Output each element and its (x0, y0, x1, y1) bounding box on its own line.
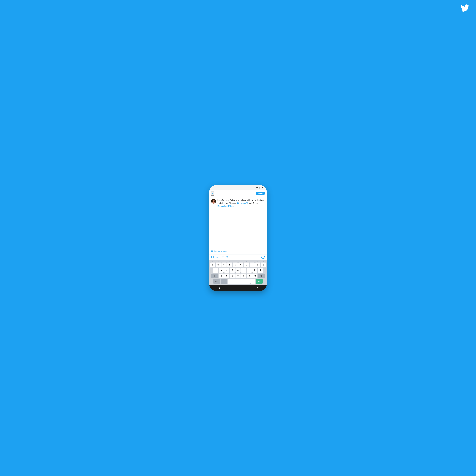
compose-header: ✕ Tweet (209, 190, 267, 197)
key-d[interactable]: d (224, 268, 229, 273)
key-b[interactable]: b (241, 273, 246, 278)
period-key[interactable]: . (250, 279, 255, 284)
number-hints-row: 1 2 3 4 5 6 7 8 9 0 (210, 261, 266, 262)
mention1[interactable]: @h_wang84 (237, 202, 248, 204)
compose-area: Hello foodies! Today we're talking with … (209, 197, 267, 254)
key-u[interactable]: u (244, 262, 249, 267)
num-6: 6 (238, 261, 244, 262)
everyone-can-reply-label: Everyone can reply (214, 250, 227, 252)
svg-point-18 (227, 256, 228, 257)
globe-icon (211, 250, 213, 252)
key-t[interactable]: t (233, 262, 238, 267)
svg-rect-1 (259, 187, 260, 188)
num-2: 2 (215, 261, 221, 262)
status-bar (209, 185, 267, 190)
svg-rect-6 (264, 187, 264, 188)
recents-nav-icon[interactable]: ■ (256, 287, 258, 289)
key-v[interactable]: v (236, 273, 240, 278)
home-nav-icon[interactable]: ○ (238, 287, 239, 289)
tweet-button[interactable]: Tweet (256, 192, 265, 195)
key-j[interactable]: j (247, 268, 252, 273)
image-icon[interactable] (211, 256, 214, 259)
keyboard-row-2: a s d f g h j k l (210, 268, 266, 273)
location-icon[interactable] (226, 256, 229, 259)
svg-point-8 (213, 200, 215, 202)
battery-icon (262, 187, 264, 188)
symbols-key[interactable]: ?123 (213, 279, 220, 284)
tweet-text[interactable]: Hello foodies! Today we're talking with … (217, 199, 265, 249)
key-z[interactable]: z (219, 273, 224, 278)
everyone-can-reply[interactable]: Everyone can reply (211, 249, 265, 253)
keyboard: 1 2 3 4 5 6 7 8 9 0 q w e r t y u i (209, 260, 267, 285)
key-g[interactable]: g (236, 268, 240, 273)
avatar (211, 199, 216, 204)
num-4: 4 (227, 261, 232, 262)
key-r[interactable]: r (227, 262, 232, 267)
mention2[interactable]: @cupcakesRDbest (217, 205, 234, 207)
phone-screen: ✕ Tweet Hello foodies! Today we're talki… (209, 190, 267, 291)
keyboard-bottom-row: ?123 , . (210, 279, 266, 284)
key-s[interactable]: s (219, 268, 224, 273)
key-x[interactable]: x (224, 273, 229, 278)
svg-rect-5 (262, 187, 263, 188)
num-9: 9 (255, 261, 261, 262)
key-i[interactable]: i (250, 262, 255, 267)
key-n[interactable]: n (247, 273, 252, 278)
svg-rect-2 (260, 187, 260, 188)
svg-rect-0 (259, 188, 259, 188)
num-1: 1 (210, 261, 215, 262)
key-p[interactable]: p (261, 262, 266, 267)
return-key[interactable] (256, 279, 263, 284)
delete-key[interactable] (258, 273, 265, 278)
key-y[interactable]: y (238, 262, 243, 267)
back-nav-icon[interactable]: ◀ (218, 287, 220, 289)
wifi-icon (256, 187, 258, 188)
phone-frame: ✕ Tweet Hello foodies! Today we're talki… (209, 185, 267, 291)
num-5: 5 (232, 261, 238, 262)
keyboard-row-1: q w e r t y u i o p (210, 262, 266, 267)
space-key[interactable] (228, 279, 250, 284)
key-e[interactable]: e (221, 262, 226, 267)
key-q[interactable]: q (210, 262, 215, 267)
signal-icon (259, 187, 261, 188)
key-h[interactable]: h (241, 268, 246, 273)
close-button[interactable]: ✕ (211, 191, 214, 196)
tweet-text-middle: and Cheryl (248, 202, 258, 204)
character-counter (261, 255, 265, 259)
shift-key[interactable] (211, 273, 218, 278)
num-0: 0 (261, 261, 266, 262)
key-l[interactable]: l (258, 268, 263, 273)
num-3: 3 (221, 261, 227, 262)
key-k[interactable]: k (252, 268, 257, 273)
svg-rect-3 (261, 187, 261, 188)
svg-point-11 (212, 256, 212, 257)
keyboard-row-3: z x c v b n m (210, 273, 266, 278)
key-f[interactable]: f (230, 268, 235, 273)
key-a[interactable]: a (213, 268, 218, 273)
gif-icon[interactable]: GIF (216, 256, 219, 259)
nav-bar: ◀ ○ ■ (209, 285, 267, 291)
key-m[interactable]: m (252, 273, 257, 278)
key-o[interactable]: o (255, 262, 260, 267)
key-w[interactable]: w (216, 262, 221, 267)
num-8: 8 (249, 261, 255, 262)
compose-toolbar: GIF (209, 254, 267, 260)
poll-icon[interactable] (221, 256, 224, 259)
svg-text:GIF: GIF (216, 256, 218, 258)
key-c[interactable]: c (230, 273, 235, 278)
compose-content: Hello foodies! Today we're talking with … (211, 199, 265, 249)
comma-key[interactable]: , (221, 279, 227, 284)
twitter-logo (460, 4, 469, 12)
num-7: 7 (244, 261, 249, 262)
